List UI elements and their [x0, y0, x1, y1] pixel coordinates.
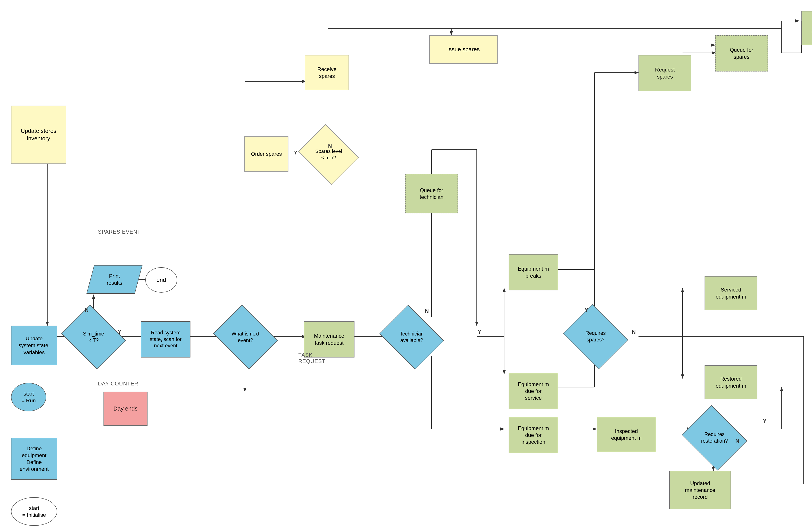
inspected-equip-label: Inspected equipment m — [611, 428, 642, 441]
requires-restoration-label: Requires restoration? — [701, 431, 728, 444]
start-initialise-label: start = Initialise — [22, 505, 46, 518]
spares-n-label: N — [328, 143, 332, 149]
equip-breaks-node: Equipment m breaks — [509, 254, 558, 290]
spares-level-diamond: Spares level < min? — [298, 124, 359, 185]
define-equip-node: Define equipment Define environment — [11, 438, 57, 480]
requires-spares-label: Requires spares? — [585, 330, 606, 343]
spares-event-label: SPARES EVENT — [98, 229, 141, 235]
read-system-node: Read system state, scan for next event — [141, 321, 190, 358]
start-run-node: start = Run — [11, 383, 46, 411]
update-system-node: Update system state, variables — [11, 326, 57, 365]
updated-maint-node: Updated maintenance record — [669, 471, 731, 509]
what-event-label: What is next event? — [232, 331, 260, 344]
read-system-label: Read system state, scan for next event — [150, 330, 182, 349]
equip-breaks-label: Equipment m breaks — [518, 265, 549, 279]
technician-avail-label: Technician available? — [400, 331, 424, 344]
request-spares-node: Request spares — [638, 55, 691, 91]
queue-technician-node: Queue for technician — [405, 174, 458, 213]
restored-equip-node: Restored equipment m — [705, 365, 757, 399]
requires-resto-y-label: Y — [763, 418, 766, 424]
requires-spares-diamond: Requires spares? — [563, 304, 628, 369]
day-ends-node: Day ends — [103, 392, 147, 426]
requires-spares-n-label: N — [632, 329, 636, 335]
equip-inspection-node: Equipment m due for inspection — [509, 417, 558, 453]
task-request-label: TASKREQUEST — [298, 352, 325, 364]
requires-resto-n-label: N — [735, 438, 739, 444]
print-results-label: Print results — [107, 273, 122, 286]
sim-time-y-label: Y — [118, 329, 121, 335]
restored-equip-label: Restored equipment m — [716, 375, 746, 389]
start-initialise-node: start = Initialise — [11, 497, 57, 526]
queue-technician-label: Queue for technician — [420, 187, 444, 200]
receive-spares-label: Receive spares — [318, 66, 337, 79]
day-counter-label: DAY COUNTER — [98, 381, 138, 387]
sim-time-diamond: Sim_time < T? — [61, 305, 126, 369]
serviced-equip-node: Serviced equipment m — [705, 276, 757, 310]
updated-maint-label: Updated maintenance record — [685, 480, 715, 500]
queue-spares-node: Queue for spares — [715, 35, 768, 72]
define-equip-label: Define equipment Define environment — [19, 445, 49, 472]
equip-inspection-label: Equipment m due for inspection — [518, 425, 549, 446]
sim-time-n-label: N — [85, 307, 88, 313]
maintenance-task-label: Maintenance task request — [314, 332, 344, 346]
equip-service-label: Equipment m due for service — [518, 381, 549, 402]
issue-spares-label: Issue spares — [447, 46, 480, 53]
equip-service-node: Equipment m due for service — [509, 373, 558, 409]
receive-spares-node: Receive spares — [305, 55, 349, 90]
day-ends-label: Day ends — [113, 405, 137, 412]
sim-time-label: Sim_time < T? — [83, 331, 104, 344]
technician-n-label: N — [425, 308, 429, 314]
update-system-label: Update system state, variables — [18, 335, 49, 356]
spares-level-label: Spares level < min? — [315, 148, 342, 161]
request-spares-label: Request spares — [655, 66, 675, 80]
print-results-node: Print results — [87, 265, 143, 294]
what-event-diamond: What is next event? — [213, 305, 278, 369]
spares-y-label: Y — [294, 150, 298, 156]
technician-avail-diamond: Technician available? — [379, 305, 444, 369]
repaired-equip-node: Repaired equipment m — [801, 11, 812, 45]
end-label: end — [157, 276, 166, 284]
order-spares-label: Order spares — [251, 150, 282, 157]
end-node: end — [145, 267, 177, 292]
serviced-equip-label: Serviced equipment m — [716, 286, 746, 300]
order-spares-node: Order spares — [244, 136, 288, 171]
update-stores-label: Update stores inventory — [21, 127, 56, 142]
update-stores-node: Update stores inventory — [11, 106, 66, 164]
start-run-label: start = Run — [21, 390, 36, 404]
queue-spares-label: Queue for spares — [730, 46, 753, 60]
technician-y-label: Y — [478, 329, 481, 335]
requires-spares-y-label: Y — [584, 307, 588, 313]
issue-spares-node: Issue spares — [429, 35, 497, 64]
inspected-equip-node: Inspected equipment m — [597, 417, 656, 452]
